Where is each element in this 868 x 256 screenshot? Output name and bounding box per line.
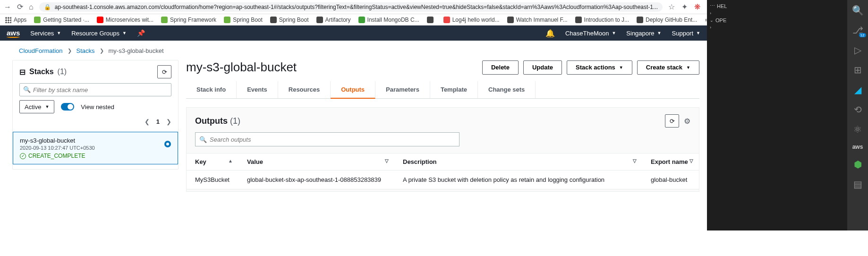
refresh-outputs-button[interactable]: ⟳ [665, 114, 679, 128]
search-icon[interactable]: 🔍 [852, 5, 864, 16]
bookmark-item[interactable]: Watch Immanuel F... [507, 17, 568, 23]
browser-toolbar: → ⟳ ⌂ 🔒 ap-southeast-1.console.aws.amazo… [0, 0, 707, 14]
run-debug-icon[interactable]: ▷ [854, 44, 861, 56]
update-button[interactable]: Update [523, 60, 562, 75]
next-page-button[interactable]: ❯ [166, 118, 171, 125]
vscode-tree-item[interactable]: ⌄OPE [707, 17, 847, 24]
reload-icon[interactable]: ⟳ [17, 2, 23, 11]
source-control-icon[interactable]: ⎇12 [852, 25, 863, 36]
search-icon: 🔍 [199, 136, 207, 143]
apps-label: Apps [14, 17, 26, 23]
region-menu[interactable]: Singapore▼ [626, 30, 661, 37]
delete-button[interactable]: Delete [482, 60, 519, 75]
stack-list-item[interactable]: my-s3-global-bucket 2020-09-13 10:27:47 … [13, 132, 178, 164]
aws-toolkit-icon[interactable]: aws [852, 144, 863, 150]
favicon-icon [443, 17, 450, 23]
notifications-icon[interactable]: 🔔 [545, 29, 555, 38]
stack-item-name: my-s3-global-bucket [20, 137, 171, 144]
aws-logo[interactable]: aws [7, 29, 20, 38]
status-filter-label: Active [25, 103, 41, 111]
refresh-stacks-button[interactable]: ⟳ [157, 65, 171, 78]
star-icon[interactable]: ☆ [668, 2, 675, 11]
tab-template[interactable]: Template [430, 81, 478, 98]
col-value-label: Value [247, 158, 263, 165]
bookmark-item[interactable]: Artifactory [316, 17, 351, 23]
bookmark-item[interactable]: Spring Framework [161, 17, 216, 23]
table-row[interactable]: MyS3Bucket global-bucket-sbx-ap-southeas… [187, 171, 699, 189]
tab-resources[interactable]: Resources [278, 81, 331, 98]
prev-page-button[interactable]: ❮ [145, 118, 150, 125]
vscode-window: ⋯ HEL › ⌄OPE › 🔍 ⎇12 ▷ ⊞ ◢ ⟲ ⚛ aws ⬢ ▤ [707, 0, 868, 230]
gear-icon[interactable]: ⚙ [684, 117, 690, 126]
status-filter-dropdown[interactable]: Active ▼ [19, 100, 54, 113]
panel-icon[interactable]: ▤ [853, 179, 862, 190]
chevron-down-icon: ▼ [686, 65, 690, 70]
vscode-tab[interactable]: ⋯ HEL [707, 2, 847, 10]
docker-icon[interactable]: ◢ [854, 84, 861, 95]
stack-selected-radio[interactable] [164, 141, 171, 147]
home-icon[interactable]: ⌂ [29, 3, 34, 11]
vscode-tree-item[interactable]: › [707, 24, 847, 31]
stack-actions-button[interactable]: Stack actions▼ [567, 60, 632, 75]
collapse-icon[interactable]: ⊟ [19, 68, 26, 77]
bookmark-item[interactable]: Deploy GitHub Ent... [637, 17, 697, 23]
favicon-icon [224, 17, 230, 23]
bookmark-item[interactable]: Introduction to J... [575, 17, 629, 23]
outputs-search-input[interactable] [195, 132, 460, 146]
bookmark-item[interactable]: Log4j hello world... [443, 17, 500, 23]
address-bar[interactable]: 🔒 ap-southeast-1.console.aws.amazon.com/… [39, 2, 663, 12]
bookmark-item[interactable]: Spring Boot [224, 17, 263, 23]
col-header-description[interactable]: Description▽ [394, 154, 642, 171]
tab-stack-info[interactable]: Stack info [186, 81, 237, 98]
bookmark-item[interactable]: Spring Boot [270, 17, 309, 23]
tab-outputs[interactable]: Outputs [331, 81, 375, 99]
resource-groups-menu[interactable]: Resource Groups▼ [71, 30, 127, 37]
tab-change-sets[interactable]: Change sets [478, 81, 536, 98]
extensions-icon[interactable]: ⊞ [854, 64, 862, 76]
apps-shortcut[interactable]: Apps [5, 17, 26, 23]
tab-events[interactable]: Events [237, 81, 278, 98]
col-header-key[interactable]: Key▲ [187, 154, 238, 171]
tab-parameters[interactable]: Parameters [375, 81, 430, 98]
create-stack-button[interactable]: Create stack▼ [637, 60, 699, 75]
chevron-right-icon: ❯ [68, 48, 72, 54]
breadcrumb-cloudformation[interactable]: CloudFormation [19, 47, 63, 54]
aws-global-nav: aws Services▼ Resource Groups▼ 📌 🔔 Chase… [0, 26, 707, 41]
col-header-value[interactable]: Value▽ [238, 154, 394, 171]
remote-icon[interactable]: ⟲ [854, 104, 862, 115]
graph-icon[interactable]: ⚛ [853, 124, 862, 135]
chevron-right-icon: › [710, 25, 711, 30]
favicon-icon [316, 17, 323, 23]
col-desc-label: Description [403, 158, 437, 165]
stacks-panel: ⊟ Stacks (1) ⟳ 🔍 Active ▼ View nested [12, 60, 179, 170]
forward-icon[interactable]: → [4, 3, 11, 11]
favicon-icon [507, 17, 514, 23]
extensions-icon[interactable]: ✦ [681, 2, 688, 11]
account-menu[interactable]: ChaseTheMoon▼ [565, 30, 616, 37]
database-icon[interactable]: ⬢ [854, 159, 862, 170]
bookmark-item[interactable]: Install MongoDB C... [358, 17, 419, 23]
stack-item-status: ✓ CREATE_COMPLETE [20, 153, 171, 159]
bookmark-item[interactable]: Getting Started ·... [34, 17, 89, 23]
page-number: 1 [156, 118, 160, 125]
chevron-down-icon: ▼ [612, 31, 616, 35]
col-header-export[interactable]: Export name▽ [642, 154, 699, 171]
services-menu[interactable]: Services▼ [30, 30, 61, 37]
profile-icon[interactable]: ❋ [694, 2, 700, 11]
stack-status-text: CREATE_COMPLETE [28, 153, 85, 159]
view-nested-toggle[interactable] [61, 103, 74, 111]
vscode-tree-item[interactable]: › [707, 10, 847, 17]
bookmark-label: Install MongoDB C... [367, 17, 419, 23]
col-export-label: Export name [651, 158, 688, 165]
services-label: Services [30, 30, 54, 37]
bookmark-item[interactable]: Microservices wit... [97, 17, 153, 23]
chevron-down-icon: ⌄ [710, 18, 714, 23]
favicon-icon [637, 17, 643, 23]
stack-filter-input[interactable] [19, 83, 171, 96]
pin-icon[interactable]: 📌 [137, 29, 145, 37]
stack-detail: my-s3-global-bucket Delete Update Stack … [186, 60, 699, 192]
support-menu[interactable]: Support▼ [672, 30, 700, 37]
update-label: Update [532, 64, 553, 71]
bookmark-item[interactable] [427, 17, 436, 23]
breadcrumb-stacks[interactable]: Stacks [77, 47, 95, 54]
